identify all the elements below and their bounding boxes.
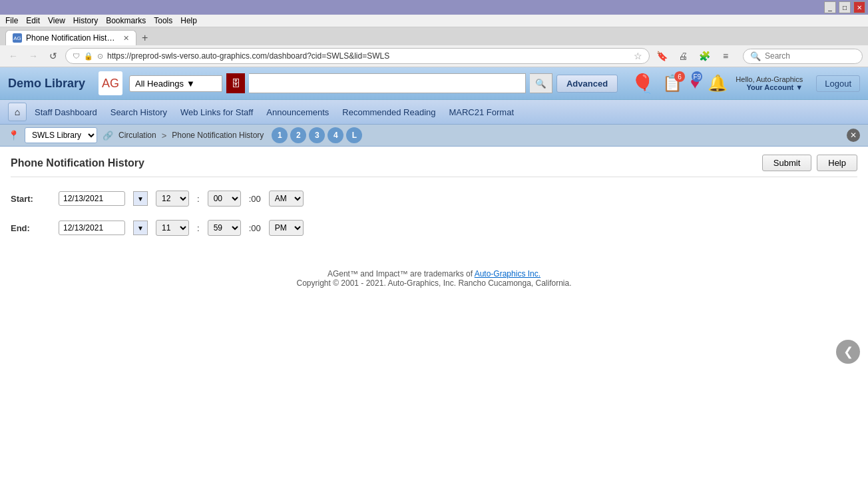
menu-view[interactable]: View xyxy=(48,16,65,25)
start-date-chevron-icon: ▼ xyxy=(137,195,144,203)
browser-menu-bar: File Edit View History Bookmarks Tools H… xyxy=(0,15,868,27)
help-button[interactable]: Help xyxy=(817,155,857,171)
end-hour-select[interactable]: 11 12 1 xyxy=(156,220,189,236)
home-nav-button[interactable]: ⌂ xyxy=(8,103,27,121)
breadcrumb-page: Phone Notification History xyxy=(172,131,264,140)
browser-search-input[interactable] xyxy=(765,51,855,61)
web-links-link[interactable]: Web Links for Staff xyxy=(175,105,258,120)
favorites-button[interactable]: ♥ F9 xyxy=(690,74,700,93)
search-dropdown[interactable]: All Headings ▼ xyxy=(129,75,222,92)
search-button[interactable]: 🔍 xyxy=(530,73,552,93)
menu-button[interactable]: ≡ xyxy=(718,48,734,64)
start-ampm-select[interactable]: AM PM xyxy=(269,191,304,207)
end-date-input[interactable] xyxy=(59,221,125,235)
app-header: Demo Library AG All Headings ▼ 🗄 🔍 Advan… xyxy=(0,67,868,100)
menu-tools[interactable]: Tools xyxy=(154,16,172,25)
page-tab-4[interactable]: 4 xyxy=(327,127,343,143)
search-history-link[interactable]: Search History xyxy=(105,105,172,120)
database-icon: 🗄 xyxy=(231,78,240,89)
search-icon: 🔍 xyxy=(535,79,546,89)
account-link[interactable]: Your Account ▼ xyxy=(736,83,803,91)
end-date-chevron-icon: ▼ xyxy=(137,225,144,232)
end-label: End: xyxy=(11,223,51,233)
marc21-link[interactable]: MARC21 Format xyxy=(443,105,519,120)
end-form-row: End: ▼ 11 12 1 : 59 00 15 30 45 :00 PM A… xyxy=(11,220,857,236)
copyright-text: Copyright © 2001 - 2021. Auto-Graphics, … xyxy=(17,278,851,288)
page-tab-1[interactable]: 1 xyxy=(272,127,288,143)
location-icon: 📍 xyxy=(8,130,19,141)
active-tab[interactable]: AG Phone Notification History | SW ✕ xyxy=(5,30,136,45)
menu-bookmarks[interactable]: Bookmarks xyxy=(106,16,146,25)
page-tab-l[interactable]: L xyxy=(346,127,362,143)
announcements-link[interactable]: Announcements xyxy=(261,105,334,120)
page-tab-3[interactable]: 3 xyxy=(309,127,325,143)
start-seconds-display: :00 xyxy=(249,194,261,204)
lock-icon: 🔒 xyxy=(84,52,93,61)
submit-button[interactable]: Submit xyxy=(762,155,811,171)
new-tab-button[interactable]: + xyxy=(138,32,152,44)
start-time-separator: : xyxy=(197,194,200,204)
main-content: Phone Notification History Submit Help S… xyxy=(0,147,868,413)
notifications-button[interactable]: 🔔 xyxy=(708,74,728,93)
pocket-button[interactable]: 🔖 xyxy=(654,48,670,64)
bookmark-icon[interactable]: ☆ xyxy=(634,51,642,61)
recommended-reading-link[interactable]: Recommended Reading xyxy=(337,105,441,120)
tab-bar: AG Phone Notification History | SW ✕ + xyxy=(0,27,868,45)
start-hour-select[interactable]: 12 1 2 xyxy=(156,191,189,207)
balloon-button[interactable]: 🎈 xyxy=(631,73,654,95)
page-footer: AGent™ and Impact™ are trademarks of Aut… xyxy=(11,262,857,294)
tab-favicon: AG xyxy=(13,33,22,43)
maximize-button[interactable]: □ xyxy=(839,1,851,13)
breadcrumb-separator: > xyxy=(162,131,167,141)
tab-close-button[interactable]: ✕ xyxy=(123,34,129,43)
end-seconds-display: :00 xyxy=(249,223,261,233)
address-bar: ← → ↺ 🛡 🔒 ⊙ https://preprod-swls-verso.a… xyxy=(0,45,868,67)
tab-title: Phone Notification History | SW xyxy=(26,33,119,43)
page-tab-2[interactable]: 2 xyxy=(290,127,306,143)
start-minute-select[interactable]: 00 15 30 45 59 xyxy=(208,191,241,207)
forward-button[interactable]: → xyxy=(25,48,41,64)
start-date-dropdown-button[interactable]: ▼ xyxy=(133,191,148,206)
company-link[interactable]: Auto-Graphics Inc. xyxy=(475,269,541,278)
list-badge: 6 xyxy=(674,71,685,82)
minimize-button[interactable]: _ xyxy=(824,1,836,13)
ag-logo-icon: AG xyxy=(102,77,119,91)
menu-history[interactable]: History xyxy=(73,16,98,25)
menu-file[interactable]: File xyxy=(5,16,18,25)
browser-search-icon: 🔍 xyxy=(750,51,761,61)
user-greeting: Hello, Auto-Graphics xyxy=(736,75,803,83)
close-window-button[interactable]: ✕ xyxy=(853,1,865,13)
end-minute-select[interactable]: 59 00 15 30 45 xyxy=(208,220,241,236)
end-ampm-select[interactable]: PM AM xyxy=(269,220,304,236)
nav-bar: ⌂ Staff Dashboard Search History Web Lin… xyxy=(0,100,868,125)
list-button[interactable]: 📋 6 xyxy=(662,74,682,93)
logout-button[interactable]: Logout xyxy=(816,75,860,92)
user-info: Hello, Auto-Graphics Your Account ▼ xyxy=(736,75,803,91)
print-button[interactable]: 🖨 xyxy=(675,48,691,64)
refresh-button[interactable]: ↺ xyxy=(45,48,61,64)
extension-button[interactable]: 🧩 xyxy=(696,48,712,64)
shield-icon: 🛡 xyxy=(73,52,80,60)
staff-dashboard-link[interactable]: Staff Dashboard xyxy=(29,105,103,120)
advanced-search-button[interactable]: Advanced xyxy=(556,75,618,93)
chevron-down-icon: ▼ xyxy=(186,79,195,89)
start-date-input[interactable] xyxy=(59,191,125,206)
browser-actions: 🔖 🖨 🧩 ≡ xyxy=(654,48,734,64)
page-header: Phone Notification History Submit Help xyxy=(11,155,857,177)
start-label: Start: xyxy=(11,194,51,204)
start-form-row: Start: ▼ 12 1 2 : 00 15 30 45 59 :00 AM … xyxy=(11,191,857,207)
header-icons: 🎈 📋 6 ♥ F9 🔔 Hello, Auto-Graphics Your A… xyxy=(631,73,860,95)
back-button[interactable]: ← xyxy=(5,48,21,64)
page-title: Phone Notification History xyxy=(11,157,144,169)
app-logo: Demo Library xyxy=(8,77,85,91)
library-select[interactable]: SWLS Library xyxy=(25,127,97,143)
end-date-dropdown-button[interactable]: ▼ xyxy=(133,221,148,235)
menu-edit[interactable]: Edit xyxy=(26,16,40,25)
search-input[interactable] xyxy=(249,73,526,93)
menu-help[interactable]: Help xyxy=(180,16,197,25)
database-icon-btn[interactable]: 🗄 xyxy=(226,73,245,93)
close-panel-button[interactable]: ✕ xyxy=(847,129,860,142)
url-bar[interactable]: 🛡 🔒 ⊙ https://preprod-swls-verso.auto-gr… xyxy=(65,48,650,64)
scroll-back-button[interactable]: ❮ xyxy=(836,340,860,364)
favorites-badge: F9 xyxy=(692,71,702,82)
